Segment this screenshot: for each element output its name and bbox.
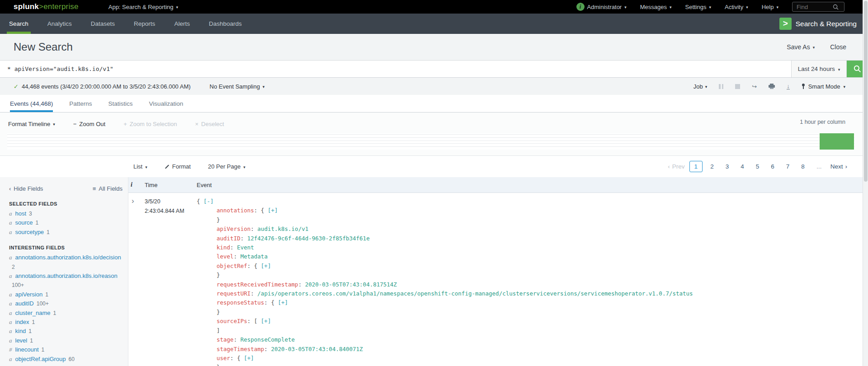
page-number-5[interactable]: 5 [752,161,764,172]
timeline-histogram[interactable] [7,133,854,150]
page-number-3[interactable]: 3 [722,161,733,172]
all-fields-button[interactable]: ≡ All Fields [93,185,123,192]
page-number-6[interactable]: 6 [767,161,778,172]
list-view-menu[interactable]: List ▾ [133,163,147,170]
json-toggle[interactable]: [+] [244,355,254,361]
page-number-1[interactable]: 1 [689,161,703,172]
field-link[interactable]: host [15,210,27,217]
field-link[interactable]: apiVersion [15,291,43,298]
timeline-column[interactable] [537,133,572,150]
activity-menu[interactable]: Activity ▾ [725,4,748,10]
close-button[interactable]: Close [830,43,846,51]
timeline-column[interactable] [360,133,396,150]
timeline-column[interactable] [749,133,784,150]
find-input[interactable] [797,4,833,10]
stop-icon[interactable] [735,84,740,89]
field-link[interactable]: linecount [15,346,39,353]
save-as-button[interactable]: Save As ▾ [787,43,815,51]
field-link[interactable]: index [15,319,29,325]
field-type-indicator: a [9,229,12,235]
timeline-column[interactable] [113,133,148,150]
field-link[interactable]: level [15,337,28,344]
scrollbar-thumb[interactable] [864,1,868,182]
splunk-logo[interactable]: splunk>enterprise [14,2,79,11]
field-link[interactable]: objectRef.apiGroup [15,356,66,362]
field-link[interactable]: source [15,219,33,226]
timeline-column[interactable] [396,133,431,150]
timeline-column[interactable] [325,133,360,150]
format-timeline-menu[interactable]: Format Timeline ▾ [8,121,55,127]
tab-events[interactable]: Events (44,468) [10,100,53,112]
job-menu[interactable]: Job ▾ [693,83,708,90]
messages-menu[interactable]: Messages ▾ [640,4,672,10]
timeline-column[interactable] [784,133,819,150]
timeline-column[interactable] [607,133,642,150]
page-number-7[interactable]: 7 [782,161,794,172]
timeline-column[interactable] [7,133,42,150]
timeline-column[interactable] [78,133,113,150]
field-link[interactable]: annotations.authorization.k8s.io/decisio… [15,254,121,261]
hide-fields-button[interactable]: ‹ Hide Fields [9,185,43,192]
timeline-column[interactable] [290,133,325,150]
prev-page-button[interactable]: ‹ Prev [668,163,684,170]
print-icon[interactable] [769,84,775,89]
nav-tab-search[interactable]: Search [9,14,28,34]
zoom-to-selection-button[interactable]: + Zoom to Selection [123,121,177,127]
share-icon[interactable]: ↪ [752,83,757,90]
page-number-2[interactable]: 2 [706,161,718,172]
page-number-8[interactable]: 8 [797,161,809,172]
json-toggle[interactable]: [+] [278,299,288,306]
timeline-column[interactable] [431,133,466,150]
find-box[interactable] [792,2,844,12]
search-query-input[interactable] [0,66,791,72]
tab-visualization[interactable]: Visualization [149,100,184,112]
tab-patterns[interactable]: Patterns [69,100,92,112]
tab-statistics[interactable]: Statistics [108,100,133,112]
field-link[interactable]: kind [15,328,26,334]
app-menu[interactable]: App: Search & Reporting ▾ [108,4,178,10]
timeline-column[interactable] [255,133,290,150]
field-link[interactable]: auditID [15,300,34,307]
event-expander[interactable]: › [128,197,145,366]
user-menu[interactable]: i Administrator ▾ [576,3,627,11]
search-mode-menu[interactable]: Smart Mode ▾ [802,83,845,90]
json-toggle[interactable]: [+] [261,318,271,324]
json-toggle[interactable]: [+] [261,263,271,269]
field-link[interactable]: annotations.authorization.k8s.io/reason [15,272,118,279]
page-scrollbar[interactable] [863,0,868,366]
field-link[interactable]: sourcetype [15,229,44,235]
settings-menu[interactable]: Settings ▾ [685,4,712,10]
deselect-button[interactable]: × Deselect [195,121,224,127]
timeline-column[interactable] [678,133,713,150]
timeline-column[interactable] [572,133,607,150]
timeline-column[interactable] [501,133,537,150]
timeline-column[interactable] [713,133,749,150]
next-page-button[interactable]: Next › [830,163,847,170]
timeline-column[interactable] [184,133,219,150]
timeline-column[interactable] [42,133,78,150]
help-menu[interactable]: Help ▾ [762,4,778,10]
timeline-column[interactable] [148,133,184,150]
event-sampling-menu[interactable]: No Event Sampling ▾ [210,83,265,90]
nav-tab-alerts[interactable]: Alerts [174,14,190,34]
timeline-column[interactable] [466,133,501,150]
pause-icon[interactable] [719,84,723,89]
json-toggle[interactable]: [-] [203,198,214,205]
export-icon[interactable]: ↓ [787,84,790,89]
page-number-4[interactable]: 4 [736,161,748,172]
json-toggle[interactable]: [+] [268,207,278,214]
help-label: Help [762,4,774,10]
per-page-menu[interactable]: 20 Per Page ▾ [208,163,245,170]
nav-tab-datasets[interactable]: Datasets [91,14,115,34]
timeline-column[interactable] [642,133,678,150]
nav-tab-reports[interactable]: Reports [134,14,155,34]
zoom-out-button[interactable]: − Zoom Out [73,121,105,127]
current-app[interactable]: > Search & Reporting [779,18,857,30]
format-menu[interactable]: Format [165,163,191,170]
field-link[interactable]: cluster_name [15,310,51,316]
time-range-picker[interactable]: Last 24 hours ▾ [792,61,847,77]
nav-tab-analytics[interactable]: Analytics [47,14,72,34]
timeline-column[interactable] [219,133,254,150]
timeline-column[interactable] [819,133,854,150]
nav-tab-dashboards[interactable]: Dashboards [209,14,242,34]
